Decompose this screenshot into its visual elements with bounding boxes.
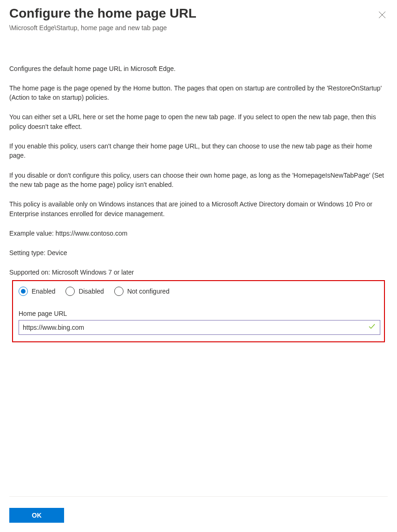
checkmark-icon: [368, 323, 376, 332]
desc-p5: If you disable or don't configure this p…: [9, 171, 388, 190]
breadcrumb: \Microsoft Edge\Startup, home page and n…: [9, 24, 196, 32]
radio-icon: [65, 287, 75, 296]
radio-disabled-label: Disabled: [78, 288, 104, 295]
description-block: Configures the default home page URL in …: [9, 64, 388, 277]
close-icon: [378, 11, 386, 19]
example-value: Example value: https://www.contoso.com: [9, 229, 388, 238]
desc-p3: You can either set a URL here or set the…: [9, 112, 388, 131]
header-row: Configure the home page URL \Microsoft E…: [9, 6, 388, 32]
setting-type: Setting type: Device: [9, 248, 388, 257]
radio-enabled[interactable]: Enabled: [19, 287, 55, 296]
radio-not-configured[interactable]: Not configured: [114, 287, 169, 296]
ok-button[interactable]: OK: [9, 508, 64, 523]
home-url-input[interactable]: [19, 320, 380, 335]
radio-disabled[interactable]: Disabled: [65, 287, 104, 296]
footer: OK: [0, 496, 397, 523]
footer-divider: [9, 496, 388, 497]
desc-p6: This policy is available only on Windows…: [9, 199, 388, 218]
desc-p4: If you enable this policy, users can't c…: [9, 141, 388, 160]
radio-icon: [114, 287, 124, 296]
close-button[interactable]: [377, 8, 388, 23]
desc-p2: The home page is the page opened by the …: [9, 83, 388, 103]
radio-not-configured-label: Not configured: [127, 288, 169, 295]
home-url-label: Home page URL: [19, 310, 380, 317]
settings-box: Enabled Disabled Not configured Home pag…: [12, 280, 385, 342]
supported-on: Supported on: Microsoft Windows 7 or lat…: [9, 268, 388, 277]
radio-icon: [19, 287, 28, 296]
radio-enabled-label: Enabled: [32, 288, 55, 295]
desc-p1: Configures the default home page URL in …: [9, 64, 388, 73]
page-title: Configure the home page URL: [9, 6, 196, 21]
radio-group: Enabled Disabled Not configured: [19, 287, 380, 296]
